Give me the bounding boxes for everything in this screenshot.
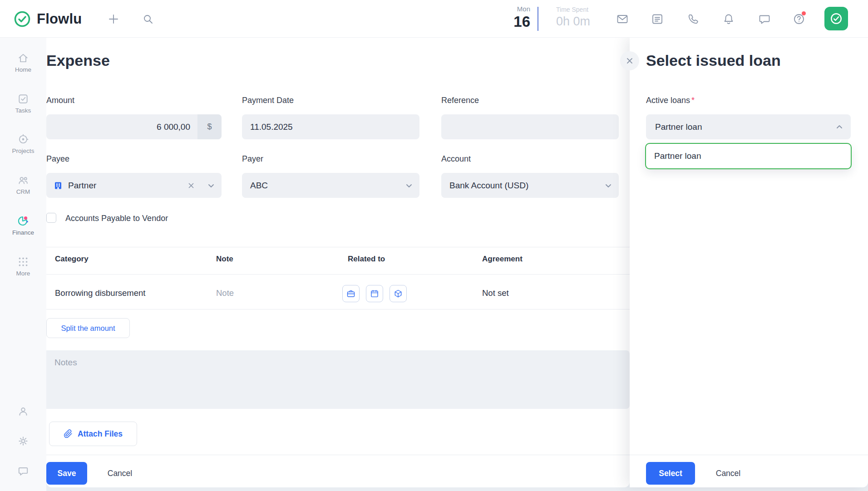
related-to-cell [342,285,407,302]
table-row-border [46,309,630,309]
top-bar: Flowlu Mon 16 Time Spent 0h 0m [0,0,868,38]
agreement-cell[interactable]: Not set [482,288,509,298]
help-button[interactable] [789,0,809,38]
calendar-date-widget[interactable]: Mon 16 [489,5,530,30]
active-loans-selected-value: Partner loan [655,122,702,132]
cancel-label: Cancel [108,469,132,478]
chevron-down-icon[interactable] [207,182,215,190]
loan-cancel-button[interactable]: Cancel [710,462,746,485]
sidebar-settings-button[interactable] [0,435,46,447]
cube-icon [394,289,403,298]
sidebar-item-home[interactable]: Home [0,52,46,73]
payer-select[interactable]: ABC [242,173,419,198]
chevron-up-icon[interactable] [835,123,843,131]
table-header-border [46,274,630,275]
account-select[interactable]: Bank Account (USD) [441,173,619,198]
select-issued-loan-panel: Select issued loan Active loans* Partner… [630,38,868,487]
payee-select[interactable]: Partner [46,173,222,198]
paperclip-icon [64,429,73,438]
projects-icon [17,133,29,145]
flowlu-logo[interactable]: Flowlu [14,0,82,38]
page-title: Expense [46,51,110,69]
notes-icon [651,13,664,25]
home-icon [17,52,29,64]
notes-textarea[interactable]: Notes [46,350,630,409]
save-label: Save [58,469,76,478]
chat-icon [758,13,771,25]
amount-value: 6 000,00 [46,122,197,132]
active-loans-label-text: Active loans [646,96,690,105]
search-icon [142,13,154,25]
user-icon [17,405,29,417]
split-amount-button[interactable]: Split the amount [46,318,130,338]
cancel-button[interactable]: Cancel [102,462,138,485]
crm-icon [17,174,29,186]
attach-files-button[interactable]: Attach Files [49,422,137,446]
payment-date-label: Payment Date [242,96,294,105]
relate-project-button[interactable] [390,285,407,302]
chevron-down-icon[interactable] [604,182,612,190]
col-header-note: Note [216,255,233,264]
notes-button[interactable] [648,0,667,38]
building-icon [54,181,63,190]
note-cell[interactable]: Note [216,288,234,298]
payee-value: Partner [68,181,96,191]
bell-icon [722,13,735,25]
sidebar-item-label: CRM [0,188,46,195]
chevron-down-icon[interactable] [405,182,413,190]
attach-files-label: Attach Files [78,429,123,439]
phone-icon [687,13,700,25]
close-panel-button[interactable] [620,51,639,70]
category-cell[interactable]: Borrowing disbursement [55,288,145,298]
relate-event-button[interactable] [366,285,383,302]
required-asterisk: * [691,96,695,105]
close-icon [626,57,633,64]
active-loans-label: Active loans* [646,96,695,105]
help-notification-dot [802,11,806,15]
expense-form-panel: Expense Amount Payment Date Reference 6 … [46,38,630,487]
date-day-number: 16 [489,13,530,30]
payer-label: Payer [242,154,263,164]
sidebar-item-finance[interactable]: Finance [0,215,46,236]
time-tracker-widget[interactable]: Time Spent 0h 0m [556,5,590,29]
loan-footer-divider [630,455,868,455]
accounts-payable-checkbox[interactable] [46,213,56,223]
sidebar-item-label: Projects [0,147,46,154]
time-spent-label: Time Spent [556,5,590,14]
sidebar-item-tasks[interactable]: Tasks [0,93,46,114]
gear-icon [17,435,29,447]
save-button[interactable]: Save [46,462,87,485]
clear-icon[interactable] [188,182,194,189]
sidebar-invite-button[interactable] [0,405,46,417]
avatar-check-icon [830,12,843,25]
chat-bubble-icon [17,465,29,477]
currency-suffix[interactable]: $ [197,114,222,139]
payer-value: ABC [250,181,268,191]
messenger-button[interactable] [755,0,774,38]
account-avatar[interactable] [824,7,848,30]
create-button[interactable] [104,0,123,38]
amount-input[interactable]: 6 000,00 $ [46,114,222,139]
reference-label: Reference [441,96,479,105]
sidebar-item-label: Home [0,66,46,73]
sidebar-item-projects[interactable]: Projects [0,133,46,154]
mail-button[interactable] [613,0,632,38]
sidebar-item-label: Tasks [0,107,46,114]
relate-crm-button[interactable] [342,285,360,302]
sidebar-support-button[interactable] [0,465,46,477]
loan-option-partner-loan[interactable]: Partner loan [645,143,852,169]
loan-panel-title: Select issued loan [646,51,781,69]
select-button[interactable]: Select [646,462,695,485]
active-loans-select[interactable]: Partner loan [646,114,851,139]
more-grid-icon [17,256,29,268]
reference-input[interactable] [441,114,619,139]
payment-date-value: 11.05.2025 [250,122,293,132]
notifications-button[interactable] [719,0,738,38]
payment-date-input[interactable]: 11.05.2025 [242,114,419,139]
sidebar-item-crm[interactable]: CRM [0,174,46,195]
loan-cancel-label: Cancel [716,469,740,478]
calls-button[interactable] [684,0,703,38]
sidebar-item-more[interactable]: More [0,256,46,277]
select-label: Select [659,469,682,478]
search-button[interactable] [138,0,158,38]
